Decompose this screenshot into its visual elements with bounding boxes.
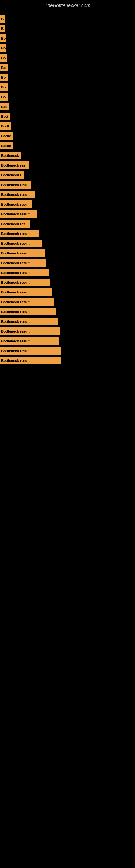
bar-item: B bbox=[0, 15, 5, 23]
bar-row: Bottleneck result bbox=[0, 268, 135, 278]
bars-container: BBBoBoBoBoBoBoBoBotBottBottlBottleBottle… bbox=[0, 14, 135, 371]
bar-row: Bo bbox=[0, 43, 135, 53]
bar-row: Bottleneck result bbox=[0, 229, 135, 239]
bar-row: Bottleneck result bbox=[0, 346, 135, 355]
bar-row: Bottleneck result bbox=[0, 316, 135, 326]
bar-item: Bottleneck result bbox=[0, 259, 46, 267]
bar-item: Bo bbox=[0, 83, 8, 91]
bar-item: Bo bbox=[0, 34, 6, 42]
bar-row: Bottleneck result bbox=[0, 209, 135, 219]
bar-row: Bottleneck res bbox=[0, 219, 135, 229]
bar-item: Bottleneck result bbox=[0, 288, 52, 296]
bar-row: Bottleneck result bbox=[0, 258, 135, 268]
bar-item: Bottleneck resu bbox=[0, 200, 32, 208]
bar-row: Bottleneck bbox=[0, 151, 135, 160]
bar-item: Bottleneck r bbox=[0, 171, 24, 179]
bar-row: Bo bbox=[0, 92, 135, 102]
bar-row: Bottleneck result bbox=[0, 336, 135, 346]
bar-item: Bo bbox=[0, 73, 8, 81]
bar-row: Bottleneck result bbox=[0, 278, 135, 287]
bar-row: Bottleneck resu bbox=[0, 199, 135, 209]
bar-row: Bo bbox=[0, 53, 135, 63]
bar-row: Bottleneck res bbox=[0, 160, 135, 170]
bar-item: Bottle bbox=[0, 132, 13, 140]
bar-item: Bottleneck res bbox=[0, 220, 30, 227]
bar-item: Bo bbox=[0, 44, 6, 52]
bar-item: Bottleneck result bbox=[0, 318, 58, 325]
site-title: TheBottlenecker.com bbox=[0, 0, 135, 14]
bar-item: Bott bbox=[0, 113, 10, 120]
bar-row: Bottleneck result bbox=[0, 190, 135, 199]
bar-item: Bottleneck result bbox=[0, 249, 45, 257]
bar-item: B bbox=[0, 25, 5, 32]
bar-item: Bottleneck result bbox=[0, 298, 54, 306]
bar-item: Bottleneck res bbox=[0, 161, 29, 169]
bar-row: Bottleneck result bbox=[0, 307, 135, 316]
bar-item: Bottleneck resu bbox=[0, 181, 31, 188]
bar-item: Bot bbox=[0, 103, 9, 111]
bar-item: Bottleneck result bbox=[0, 230, 39, 237]
bar-item: Bottl bbox=[0, 122, 11, 130]
bar-row: Bo bbox=[0, 63, 135, 72]
bar-item: Bottleneck result bbox=[0, 269, 49, 276]
bar-row: Bottleneck r bbox=[0, 170, 135, 180]
bar-row: Bott bbox=[0, 112, 135, 121]
bar-item: Bottleneck bbox=[0, 152, 21, 159]
bar-row: Bot bbox=[0, 102, 135, 112]
bar-item: Bottleneck result bbox=[0, 308, 56, 315]
bar-item: Bottleneck result bbox=[0, 357, 61, 364]
bar-row: Bo bbox=[0, 82, 135, 92]
bar-row: Bottleneck resu bbox=[0, 180, 135, 190]
bar-item: Bottleneck result bbox=[0, 210, 37, 218]
bar-row: B bbox=[0, 24, 135, 33]
bar-row: Bottle bbox=[0, 131, 135, 141]
bar-item: Bottleneck result bbox=[0, 191, 35, 198]
bar-item: Bo bbox=[0, 93, 8, 101]
bar-row: Bottle bbox=[0, 141, 135, 151]
bar-row: Bottleneck result bbox=[0, 326, 135, 336]
bar-row: Bottleneck result bbox=[0, 297, 135, 307]
bar-row: Bottleneck result bbox=[0, 248, 135, 258]
bar-item: Bottleneck result bbox=[0, 240, 42, 247]
bar-row: Bottleneck result bbox=[0, 287, 135, 297]
bar-item: Bo bbox=[0, 54, 7, 62]
bar-item: Bottleneck result bbox=[0, 328, 60, 335]
bar-item: Bottleneck result bbox=[0, 279, 50, 286]
bar-row: Bo bbox=[0, 72, 135, 82]
bar-row: Bo bbox=[0, 33, 135, 43]
bar-row: Bottl bbox=[0, 121, 135, 131]
bar-item: Bottleneck result bbox=[0, 347, 61, 354]
bar-row: Bottleneck result bbox=[0, 355, 135, 365]
bar-row: B bbox=[0, 14, 135, 24]
bar-row: Bottleneck result bbox=[0, 239, 135, 248]
bar-item: Bo bbox=[0, 64, 8, 71]
bar-item: Bottle bbox=[0, 142, 13, 150]
bar-item: Bottleneck result bbox=[0, 337, 58, 345]
